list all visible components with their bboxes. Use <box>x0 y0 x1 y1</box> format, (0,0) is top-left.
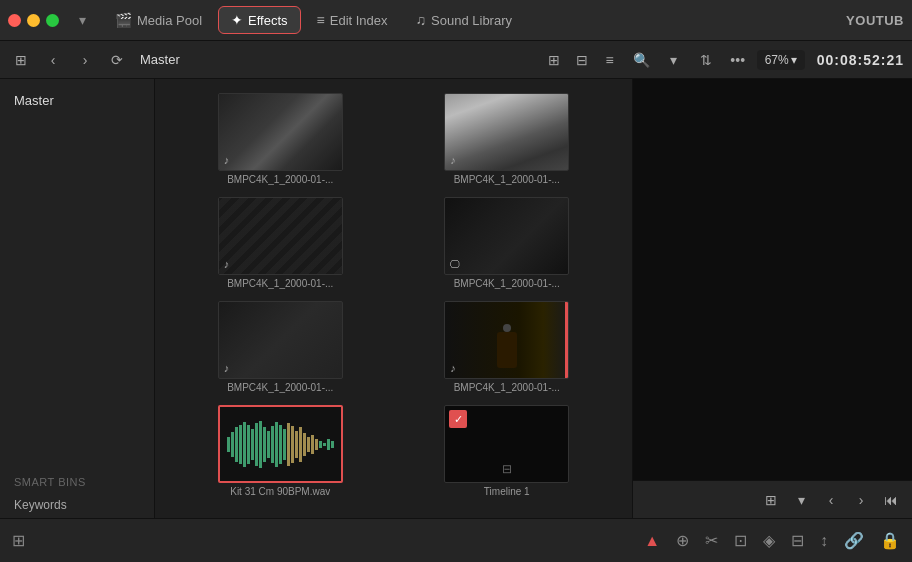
nav-back-icon[interactable]: ‹ <box>40 47 66 73</box>
filename-label: BMPC4K_1_2000-01-... <box>454 382 560 393</box>
svg-rect-32 <box>307 437 310 452</box>
zoom-control[interactable]: 67% ▾ <box>757 50 805 70</box>
checkmark-icon: ✓ <box>449 410 467 428</box>
thumbnail: ♪ <box>218 301 343 379</box>
waveform-visual <box>225 417 335 472</box>
music-icon: ♪ <box>224 362 230 374</box>
svg-rect-5 <box>247 425 250 464</box>
bottom-bar: ⊞ ▲ ⊕ ✂ ⊡ ◈ ⊟ ↕ 🔗 🔒 <box>0 518 912 562</box>
close-button[interactable] <box>8 14 21 27</box>
lock-icon[interactable]: 🔒 <box>880 531 900 550</box>
monitor-icon: 🖵 <box>450 259 460 270</box>
svg-rect-23 <box>319 441 322 448</box>
bin-label: Master <box>140 52 180 67</box>
search-dropdown-icon[interactable]: ▾ <box>661 47 687 73</box>
minimize-button[interactable] <box>27 14 40 27</box>
tab-edit-index[interactable]: ≡ Edit Index <box>305 7 400 33</box>
smart-bins-label: Smart Bins <box>0 468 154 492</box>
nav-forward-icon[interactable]: › <box>72 47 98 73</box>
pointer-tool-icon[interactable]: ▲ <box>644 532 660 550</box>
slide-tool-icon[interactable]: ◈ <box>763 531 775 550</box>
second-bar: ⊞ ‹ › ⟳ Master ⊞ ⊟ ≡ 🔍 ▾ ⇅ ••• 67% ▾ 00:… <box>0 41 912 79</box>
svg-rect-11 <box>271 426 274 463</box>
filename-label: BMPC4K_1_2000-01-... <box>227 278 333 289</box>
top-bar: ▾ 🎬 Media Pool ✦ Effects ≡ Edit Index ♫ … <box>0 0 912 41</box>
preview-dropdown-icon[interactable]: ▾ <box>788 487 814 513</box>
thumbnail: ✓ ⊟ <box>444 405 569 483</box>
filename-label: Timeline 1 <box>484 486 530 497</box>
tab-effects[interactable]: ✦ Effects <box>218 6 301 34</box>
media-grid: ♪ BMPC4K_1_2000-01-... ♪ BMPC4K_1_2000-0… <box>167 87 620 503</box>
view-icons: ⊞ ⊟ ≡ <box>541 47 623 73</box>
svg-rect-1 <box>231 432 234 457</box>
svg-rect-34 <box>315 439 318 450</box>
window-menu-icon[interactable]: ▾ <box>71 9 93 31</box>
svg-rect-2 <box>235 427 238 462</box>
list-item[interactable]: ♪ BMPC4K_1_2000-01-... <box>167 295 394 399</box>
music-icon: ♪ <box>224 154 230 166</box>
thumbnail <box>218 405 343 483</box>
next-frame-icon[interactable]: › <box>848 487 874 513</box>
main-layout: Master Smart Bins Keywords ♪ BMPC4K_1_20… <box>0 79 912 518</box>
thumbnail: 🖵 <box>444 197 569 275</box>
media-grid-area: ♪ BMPC4K_1_2000-01-... ♪ BMPC4K_1_2000-0… <box>155 79 632 518</box>
svg-rect-28 <box>291 426 294 463</box>
search-icon[interactable]: 🔍 <box>629 47 655 73</box>
list-item[interactable]: ♪ BMPC4K_1_2000-01-... <box>167 87 394 191</box>
dynamic-trim-icon[interactable]: ⊟ <box>791 531 804 550</box>
grid-view2-icon[interactable]: ⊟ <box>569 47 595 73</box>
trim-tool-icon[interactable]: ⊕ <box>676 531 689 550</box>
svg-rect-25 <box>327 439 330 450</box>
position-tool-icon[interactable]: ↕ <box>820 532 828 550</box>
music-icon: ♪ <box>224 258 230 270</box>
prev-frame-icon[interactable]: ‹ <box>818 487 844 513</box>
list-item[interactable]: 🖵 BMPC4K_1_2000-01-... <box>394 191 621 295</box>
sidebar-item-keywords[interactable]: Keywords <box>0 492 154 518</box>
preview-panel: ⊞ ▾ ‹ › ⏮ <box>632 79 912 518</box>
sidebar-item-master[interactable]: Master <box>0 87 154 114</box>
tab-media-pool[interactable]: 🎬 Media Pool <box>103 7 214 33</box>
svg-rect-14 <box>283 429 286 460</box>
fullscreen-button[interactable] <box>46 14 59 27</box>
svg-rect-9 <box>263 427 266 462</box>
filename-label: BMPC4K_1_2000-01-... <box>454 174 560 185</box>
svg-rect-33 <box>311 435 314 454</box>
sort-icon[interactable]: ⇅ <box>693 47 719 73</box>
link-icon[interactable]: 🔗 <box>844 531 864 550</box>
workspace-label: YOUTUB <box>846 13 904 28</box>
filename-label: Kit 31 Cm 90BPM.wav <box>230 486 330 497</box>
fit-view-icon[interactable]: ⊞ <box>758 487 784 513</box>
grid-view-icon[interactable]: ⊞ <box>541 47 567 73</box>
svg-rect-26 <box>331 441 334 448</box>
list-item[interactable]: ♪ BMPC4K_1_2000-01-... <box>394 87 621 191</box>
music-icon: ♪ <box>450 154 456 166</box>
preview-screen <box>633 79 912 480</box>
music-icon: ♪ <box>450 362 456 374</box>
svg-rect-4 <box>243 422 246 467</box>
list-item[interactable]: Kit 31 Cm 90BPM.wav <box>167 399 394 503</box>
filename-label: BMPC4K_1_2000-01-... <box>227 382 333 393</box>
svg-rect-27 <box>287 423 290 466</box>
list-item[interactable]: ♪ BMPC4K_1_2000-01-... <box>167 191 394 295</box>
view-toggle-icon[interactable]: ⊞ <box>8 47 34 73</box>
slip-tool-icon[interactable]: ⊡ <box>734 531 747 550</box>
sync-icon[interactable]: ⟳ <box>104 47 130 73</box>
skip-start-icon[interactable]: ⏮ <box>878 487 904 513</box>
list-item[interactable]: ♪ BMPC4K_1_2000-01-... <box>394 295 621 399</box>
svg-rect-10 <box>267 431 270 458</box>
svg-rect-7 <box>255 423 258 466</box>
traffic-lights <box>8 14 59 27</box>
list-item[interactable]: ✓ ⊟ Timeline 1 <box>394 399 621 503</box>
list-view-icon[interactable]: ≡ <box>597 47 623 73</box>
thumbnail: ♪ <box>218 197 343 275</box>
svg-rect-0 <box>227 437 230 452</box>
razor-tool-icon[interactable]: ✂ <box>705 531 718 550</box>
tab-sound-library[interactable]: ♫ Sound Library <box>404 7 524 33</box>
filename-label: BMPC4K_1_2000-01-... <box>454 278 560 289</box>
svg-rect-13 <box>279 425 282 464</box>
timecode-display: 00:08:52:21 <box>817 52 904 68</box>
more-icon[interactable]: ••• <box>725 47 751 73</box>
timeline-icon[interactable]: ⊞ <box>12 531 25 550</box>
svg-rect-3 <box>239 425 242 464</box>
preview-controls: ⊞ ▾ ‹ › ⏮ <box>633 480 912 518</box>
